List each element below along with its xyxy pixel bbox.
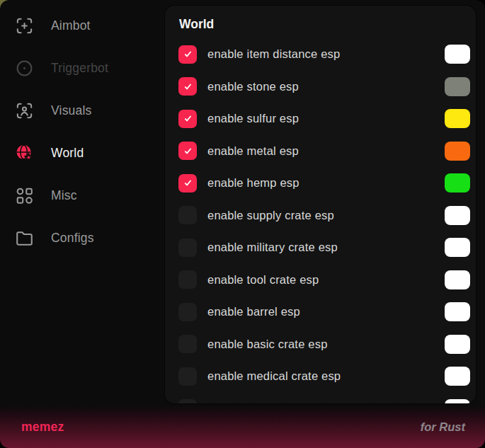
esp-row-enable-medical-crate-esp: enable medical crate esp (178, 360, 470, 393)
esp-color-swatch-enable-item-distance-esp[interactable] (445, 45, 470, 64)
esp-row-label: enable sulfur esp (207, 112, 445, 125)
sidebar-item-label: World (51, 146, 84, 161)
esp-color-swatch-enable-supply-crate-esp[interactable] (445, 206, 470, 225)
esp-color-swatch-enable-tool-crate-esp[interactable] (445, 270, 470, 289)
esp-row-label: enable stone esp (207, 80, 445, 93)
esp-checkbox-enable-sulfur-esp[interactable] (178, 110, 197, 128)
esp-row-label: enable hemp esp (207, 176, 445, 190)
aimbot-target-icon (14, 16, 35, 36)
esp-checkbox-enable-hemp-esp[interactable] (178, 174, 197, 193)
sidebar-item-triggerbot[interactable]: Triggerbot (0, 47, 165, 89)
esp-checkbox-enable-basic-crate-esp[interactable] (178, 335, 197, 353)
triggerbot-circle-icon (14, 58, 35, 79)
esp-row-enable-tool-crate-esp: enable tool crate esp (178, 264, 470, 297)
esp-checkbox-enable-barrel-esp[interactable] (178, 303, 197, 321)
sidebar-item-world[interactable]: World (0, 132, 165, 174)
esp-checkbox-enable-supply-crate-esp[interactable] (178, 206, 197, 224)
esp-row-enable-stone-esp: enable stone esp (178, 71, 470, 103)
esp-row-label: enable supply crate esp (207, 209, 445, 222)
esp-color-swatch-enable-barrel-esp[interactable] (445, 302, 470, 321)
esp-color-swatch-enable-sulfur-esp[interactable] (445, 109, 470, 128)
esp-color-swatch-partial[interactable] (445, 399, 470, 403)
sidebar-item-label: Configs (51, 231, 94, 246)
esp-color-swatch-enable-basic-crate-esp[interactable] (445, 335, 470, 354)
esp-row-enable-sulfur-esp: enable sulfur esp (178, 103, 470, 135)
sidebar-item-label: Triggerbot (51, 61, 108, 76)
esp-row-label: enable basic crate esp (207, 338, 445, 351)
esp-row-enable-supply-crate-esp: enable supply crate esp (178, 200, 470, 232)
misc-category-icon (14, 185, 35, 206)
esp-checkbox-enable-metal-esp[interactable] (178, 142, 197, 160)
esp-checkbox-enable-item-distance-esp[interactable] (178, 45, 197, 64)
esp-row-enable-basic-crate-esp: enable basic crate esp (178, 328, 470, 361)
sidebar-item-visuals[interactable]: Visuals (0, 89, 165, 132)
sidebar-item-misc[interactable]: Misc (0, 174, 165, 217)
esp-row-enable-military-crate-esp: enable military crate esp (178, 231, 470, 264)
esp-row-label: enable military crate esp (207, 241, 445, 254)
esp-row-enable-metal-esp: enable metal esp (178, 135, 470, 168)
esp-row-label: enable item distance esp (207, 47, 445, 61)
visuals-scan-person-icon (14, 100, 35, 121)
footer-bar: memez for Rust (0, 406, 485, 448)
world-settings-panel: World enable item distance esp enable st… (165, 6, 476, 403)
esp-checkbox-enable-stone-esp[interactable] (178, 77, 197, 96)
sidebar-item-aimbot[interactable]: Aimbot (0, 4, 165, 47)
esp-checkbox-enable-tool-crate-esp[interactable] (178, 270, 197, 289)
esp-row-enable-barrel-esp: enable barrel esp (178, 296, 470, 328)
esp-color-swatch-enable-medical-crate-esp[interactable] (445, 367, 470, 386)
brand-tagline: for Rust (421, 420, 465, 434)
esp-row-enable-hemp-esp: enable hemp esp (178, 167, 470, 200)
panel-title: World (179, 17, 470, 32)
esp-checkbox-enable-medical-crate-esp[interactable] (178, 367, 197, 386)
cheat-menu-window: Aimbot Triggerbot Visuals World Misc Con… (0, 0, 485, 448)
esp-checkbox-partial[interactable] (178, 399, 197, 403)
esp-row-label: enable medical crate esp (207, 369, 445, 383)
sidebar-item-label: Visuals (51, 103, 92, 118)
esp-row-label: enable metal esp (207, 144, 445, 158)
esp-row-label: enable tool crate esp (207, 273, 445, 287)
sidebar-item-label: Misc (51, 188, 77, 203)
esp-color-swatch-enable-hemp-esp[interactable] (445, 173, 470, 193)
esp-row-label: enable barrel esp (207, 305, 445, 318)
sidebar-item-configs[interactable]: Configs (0, 217, 165, 259)
world-globe-star-icon (14, 143, 35, 163)
sidebar-item-label: Aimbot (51, 18, 91, 33)
esp-color-swatch-enable-stone-esp[interactable] (445, 77, 470, 96)
esp-rows: enable item distance esp enable stone es… (178, 38, 470, 403)
configs-folder-icon (14, 228, 35, 248)
esp-checkbox-enable-military-crate-esp[interactable] (178, 239, 197, 257)
sidebar: Aimbot Triggerbot Visuals World Misc Con… (0, 4, 165, 259)
brand-logo: memez (21, 420, 64, 435)
esp-color-swatch-enable-military-crate-esp[interactable] (445, 238, 470, 257)
esp-row-partial (178, 393, 470, 404)
esp-color-swatch-enable-metal-esp[interactable] (445, 142, 470, 161)
esp-row-enable-item-distance-esp: enable item distance esp (178, 38, 470, 71)
